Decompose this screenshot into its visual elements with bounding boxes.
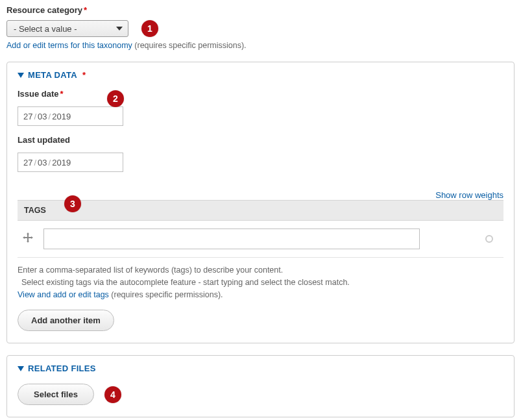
- related-files-toggle[interactable]: RELATED FILES: [18, 364, 503, 373]
- date-separator: /: [34, 112, 36, 121]
- view-edit-tags-link[interactable]: View and add or edit tags: [18, 290, 109, 299]
- date-separator: /: [49, 158, 51, 167]
- add-another-item-button[interactable]: Add another item: [18, 310, 114, 331]
- resource-category-select[interactable]: - Select a value -: [6, 20, 128, 37]
- select-files-button[interactable]: Select files: [18, 384, 94, 405]
- autocomplete-throbber-icon: [485, 235, 493, 243]
- issue-date-month: 03: [38, 112, 47, 121]
- required-indicator: *: [60, 89, 64, 99]
- last-updated-year: 2019: [52, 158, 71, 167]
- issue-date-field: Issue date* 2 27 / 03 / 2019: [18, 89, 503, 126]
- issue-date-year: 2019: [52, 112, 71, 121]
- annotation-marker-4: 4: [104, 386, 121, 403]
- tags-input[interactable]: [43, 229, 420, 249]
- last-updated-input[interactable]: 27 / 03 / 2019: [18, 153, 123, 172]
- last-updated-field: Last updated 27 / 03 / 2019: [18, 135, 503, 172]
- required-indicator: *: [84, 5, 87, 15]
- related-files-legend: RELATED FILES: [28, 364, 96, 373]
- tags-help-line1: Enter a comma-separated list of keywords…: [18, 264, 503, 277]
- resource-category-label: Resource category: [6, 5, 82, 15]
- show-row-weights-row: Show row weights: [18, 190, 503, 200]
- last-updated-day: 27: [23, 158, 32, 167]
- annotation-marker-1: 1: [141, 20, 158, 37]
- date-separator: /: [34, 158, 36, 167]
- show-row-weights-link[interactable]: Show row weights: [435, 190, 503, 200]
- taxonomy-hint-row: Add or edit terms for this taxonomy (req…: [6, 41, 515, 50]
- taxonomy-terms-link[interactable]: Add or edit terms for this taxonomy: [6, 41, 132, 50]
- resource-category-field: Resource category* - Select a value - 1 …: [6, 5, 515, 50]
- taxonomy-permissions-hint: (requires specific permissions).: [132, 41, 247, 50]
- disclosure-triangle-icon: [18, 73, 24, 78]
- required-indicator: *: [82, 70, 86, 80]
- issue-date-label: Issue date: [18, 89, 59, 99]
- resource-category-select-value: - Select a value -: [14, 24, 77, 34]
- meta-data-panel: META DATA * Issue date* 2 27 / 03 / 2019…: [6, 62, 515, 343]
- tags-section-header: TAGS 3: [18, 200, 503, 221]
- view-edit-tags-hint: (requires specific permissions).: [109, 290, 223, 299]
- date-separator: /: [49, 112, 51, 121]
- add-another-item-row: Add another item: [18, 310, 503, 331]
- issue-date-input[interactable]: 27 / 03 / 2019: [18, 106, 123, 126]
- last-updated-label: Last updated: [18, 135, 70, 145]
- disclosure-triangle-icon: [18, 366, 24, 371]
- annotation-marker-3: 3: [64, 195, 81, 212]
- related-files-panel: RELATED FILES Select files 4: [6, 355, 515, 417]
- drag-handle-icon[interactable]: [19, 232, 37, 247]
- last-updated-month: 03: [38, 158, 47, 167]
- annotation-marker-2: 2: [107, 90, 124, 107]
- meta-data-toggle[interactable]: META DATA *: [18, 70, 503, 80]
- caret-down-icon: [116, 27, 123, 31]
- issue-date-day: 27: [23, 112, 32, 121]
- tags-input-wrapper: [43, 229, 500, 249]
- tags-help-line2: Select existing tags via the autocomplet…: [18, 277, 503, 289]
- tags-header-text: TAGS: [24, 206, 46, 215]
- meta-data-legend: META DATA: [28, 70, 77, 80]
- tags-row: [18, 221, 503, 258]
- tags-help: Enter a comma-separated list of keywords…: [18, 264, 503, 301]
